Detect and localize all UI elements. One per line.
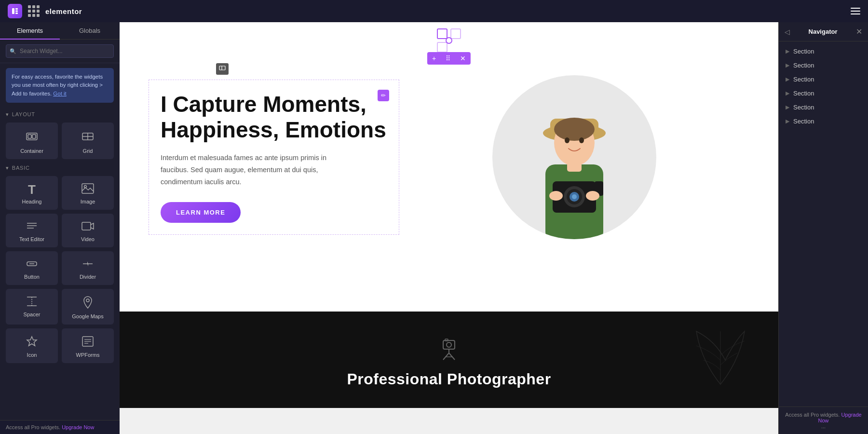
spacer-icon xyxy=(26,296,38,309)
got-it-link[interactable]: Got it xyxy=(53,91,66,96)
svg-rect-0 xyxy=(12,8,14,14)
hero-learn-more-button[interactable]: LEARN MORE xyxy=(161,202,241,223)
grid-dots-icon[interactable] xyxy=(28,5,40,17)
widget-video[interactable]: Video xyxy=(62,214,114,247)
svg-point-24 xyxy=(86,299,89,302)
navigator-item-arrow: ▶ xyxy=(786,90,789,96)
photographer-svg xyxy=(502,85,647,239)
widget-container[interactable]: Container xyxy=(6,122,58,159)
top-bar-left: elementor xyxy=(8,4,82,18)
hero-section: + ⠿ ✕ ✏ I Capture Moments, Happiness, E xyxy=(120,22,778,312)
svg-line-57 xyxy=(443,353,449,360)
top-bar: elementor xyxy=(0,0,868,22)
elementor-e-icon xyxy=(11,7,19,15)
section-header-layout: Layout xyxy=(0,108,120,121)
video-icon xyxy=(81,221,94,233)
svg-rect-6 xyxy=(32,135,36,138)
navigator-item-arrow: ▶ xyxy=(786,118,789,124)
navigator-back-icon[interactable]: ◁ xyxy=(785,28,790,36)
navigator-bottom-bar: Access all Pro widgets. Upgrade Now ... xyxy=(779,407,868,434)
search-input[interactable] xyxy=(6,44,114,58)
hero-heading: I Capture Moments, Happiness, Emotions xyxy=(161,92,387,143)
svg-point-52 xyxy=(586,191,599,201)
google-maps-icon xyxy=(82,296,93,311)
navigator-item[interactable]: ▶ Section xyxy=(779,100,868,114)
elementor-logo-icon[interactable] xyxy=(8,4,22,18)
sidebar-tabs: Elements Globals xyxy=(0,22,120,40)
widget-wpforms[interactable]: WPForms xyxy=(62,328,114,363)
canvas-target-indicator xyxy=(435,27,462,56)
grid-widget-icon xyxy=(81,130,95,145)
hero-photographer-circle xyxy=(492,75,656,239)
sidebar-upgrade-link[interactable]: Upgrade Now xyxy=(62,424,94,430)
widget-image[interactable]: Image xyxy=(62,176,114,210)
section-delete-btn[interactable]: ✕ xyxy=(455,52,471,65)
svg-rect-15 xyxy=(82,222,91,230)
tab-elements[interactable]: Elements xyxy=(0,22,60,39)
tab-globals[interactable]: Globals xyxy=(60,22,120,39)
navigator-item-arrow: ▶ xyxy=(786,48,789,54)
navigator-item[interactable]: ▶ Section xyxy=(779,44,868,58)
footer-leaf-decoration xyxy=(692,322,749,398)
sidebar-bottom-bar: Access all Pro widgets. Upgrade Now xyxy=(0,420,120,434)
widget-spacer[interactable]: Spacer xyxy=(6,289,58,325)
section-toolbar: + ⠿ ✕ xyxy=(427,52,471,65)
right-navigator-panel: ◁ Navigator ✕ ▶ Section ▶ Section ▶ Sect… xyxy=(778,22,868,434)
main-layout: Elements Globals For easy access, favori… xyxy=(0,22,868,434)
navigator-items-list: ▶ Section ▶ Section ▶ Section ▶ Section … xyxy=(779,41,868,407)
footer-title: Professional Photographer xyxy=(347,370,551,388)
basic-widget-grid: T Heading Image xyxy=(0,174,120,365)
svg-point-40 xyxy=(554,118,595,141)
section-header-basic: Basic xyxy=(0,161,120,174)
divider-icon xyxy=(81,258,94,271)
app-logo-text: elementor xyxy=(45,7,82,15)
text-editor-icon xyxy=(26,221,38,233)
navigator-item-arrow: ▶ xyxy=(786,104,789,110)
widget-divider[interactable]: Divider xyxy=(62,251,114,285)
button-icon xyxy=(26,258,38,271)
container-indicator xyxy=(216,63,229,75)
navigator-header: ◁ Navigator ✕ xyxy=(779,22,868,41)
svg-line-58 xyxy=(449,353,455,360)
svg-point-33 xyxy=(446,38,452,43)
wpforms-icon xyxy=(81,336,94,349)
footer-section: Professional Photographer xyxy=(120,312,778,408)
icon-widget-icon xyxy=(26,336,38,349)
canvas-area: + ⠿ ✕ ✏ I Capture Moments, Happiness, E xyxy=(120,22,778,434)
svg-point-41 xyxy=(565,137,570,143)
widget-heading[interactable]: T Heading xyxy=(6,176,58,210)
section-move-btn[interactable]: ⠿ xyxy=(441,52,455,65)
image-icon xyxy=(81,183,94,196)
widget-button[interactable]: Button xyxy=(6,251,58,285)
navigator-item[interactable]: ▶ Section xyxy=(779,86,868,100)
svg-rect-1 xyxy=(15,8,18,10)
container-icon xyxy=(25,130,39,145)
svg-point-51 xyxy=(549,191,563,201)
svg-point-49 xyxy=(572,194,577,199)
svg-marker-20 xyxy=(87,264,88,266)
left-sidebar: Elements Globals For easy access, favori… xyxy=(0,22,120,434)
hero-edit-icon[interactable]: ✏ xyxy=(378,90,389,101)
footer-camera-icon xyxy=(434,332,463,363)
svg-marker-19 xyxy=(87,261,88,264)
navigator-item[interactable]: ▶ Section xyxy=(779,72,868,86)
section-add-btn[interactable]: + xyxy=(427,52,441,65)
navigator-item-arrow: ▶ xyxy=(786,62,789,68)
svg-rect-5 xyxy=(28,135,31,138)
widget-text-editor[interactable]: Text Editor xyxy=(6,214,58,247)
svg-marker-25 xyxy=(27,337,37,346)
svg-rect-44 xyxy=(567,160,582,172)
widget-icon[interactable]: Icon xyxy=(6,328,58,363)
widget-google-maps[interactable]: Google Maps xyxy=(62,289,114,325)
svg-rect-53 xyxy=(443,340,455,349)
navigator-item[interactable]: ▶ Section xyxy=(779,58,868,72)
widget-grid[interactable]: Grid xyxy=(62,122,114,159)
hamburger-menu-icon[interactable] xyxy=(851,8,860,14)
navigator-item[interactable]: ▶ Section xyxy=(779,114,868,128)
svg-point-42 xyxy=(579,137,584,143)
navigator-close-button[interactable]: ✕ xyxy=(856,27,862,36)
hero-image-area xyxy=(399,75,749,239)
svg-rect-10 xyxy=(82,184,94,193)
svg-rect-31 xyxy=(451,29,461,39)
canvas-scroll[interactable]: + ⠿ ✕ ✏ I Capture Moments, Happiness, E xyxy=(120,22,778,434)
